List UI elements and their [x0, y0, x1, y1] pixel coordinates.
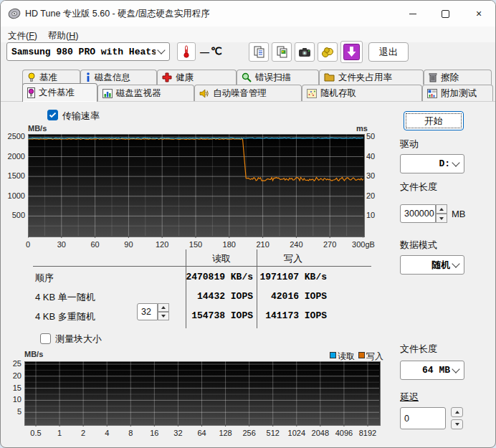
y-axis-tick-label: 5 [0, 407, 22, 416]
tab-file-benchmark[interactable]: 文件基准 [22, 83, 97, 102]
top-chart-y-axis-label: MB/s [28, 124, 47, 133]
toolbar: Samsung 980 PRO with Heatsink 2T4] — ℃ [1, 42, 496, 67]
drive-combo[interactable]: D: [400, 154, 464, 173]
x-axis-tick-label: 0 [12, 240, 44, 249]
y2-axis-tick-label: 10 [366, 211, 383, 219]
legend-read-swatch [330, 352, 336, 358]
save-gold-icon [321, 47, 334, 58]
chevron-down-icon [452, 158, 459, 166]
menu-help[interactable]: 帮助(H) [45, 29, 81, 44]
window-title: HD Tune 专业版 5.60 - 硬盘/固态硬盘实用程序 [25, 8, 210, 20]
x-axis-tick-label: 150 [180, 240, 211, 249]
file-length-unit: MB [452, 209, 466, 219]
y-axis-tick-label: 20 [0, 371, 22, 380]
menu-file[interactable]: 文件(F) [5, 29, 40, 44]
menubar: 文件(F) 帮助(H) [1, 27, 496, 42]
delay-spin-up-button[interactable] [451, 407, 463, 417]
legend-write-swatch [358, 352, 365, 358]
block-size-checkbox[interactable] [40, 333, 51, 344]
file-length-input[interactable]: 300000 [400, 204, 436, 223]
copy-text-icon [253, 46, 265, 58]
delay-input[interactable]: 0 [400, 407, 446, 429]
chevron-down-icon [452, 365, 459, 373]
y2-axis-tick-label: 20 [366, 191, 383, 200]
drive-label: 驱动 [400, 138, 419, 151]
y-axis-tick-label: 1500 [1, 171, 25, 180]
file-length-label: 文件长度 [400, 181, 437, 194]
tab-folder-usage[interactable]: 文件夹占用率 [319, 70, 424, 85]
arrow-up-icon [161, 306, 166, 309]
delay-spin-down-button[interactable] [451, 419, 463, 429]
tab-benchmark[interactable]: 基准 [22, 70, 80, 85]
4k-multi-write-value: 141173 IOPS [248, 310, 327, 321]
maximize-button[interactable] [429, 1, 461, 27]
chevron-down-icon [452, 259, 459, 267]
tab-disk-monitor[interactable]: 磁盘监视器 [97, 85, 194, 102]
tab-error-scan[interactable]: 错误扫描 [237, 70, 319, 85]
minimize-icon [409, 14, 416, 14]
table-header-rule [33, 266, 371, 267]
magnifier-icon [242, 72, 252, 82]
transfer-rate-chart [28, 134, 365, 237]
spin-up-button[interactable] [436, 204, 447, 214]
arrow-down-icon [455, 423, 459, 426]
tab-erase[interactable]: 擦除 [424, 70, 492, 85]
queue-depth-input[interactable]: 32 [137, 303, 158, 320]
seq-read-value: 2470819 KB/s [173, 272, 253, 282]
minimize-button[interactable] [397, 1, 429, 27]
x-axis-tick-label: 300gB [348, 240, 379, 249]
x-axis-tick-label: 60 [80, 240, 111, 249]
arrow-up-icon [439, 208, 444, 211]
4k-single-write-value: 42016 IOPS [248, 291, 327, 302]
download-results-button[interactable] [340, 41, 363, 63]
x-axis-tick-label: 30 [46, 240, 77, 249]
y-axis-tick-label: 2500 [1, 132, 25, 140]
file-benchmark-icon [27, 87, 35, 98]
copy-text-button[interactable] [249, 42, 269, 62]
extra-tests-icon [427, 89, 437, 98]
delay-label: 延迟 [400, 391, 419, 404]
hd-tune-window: HD Tune 专业版 5.60 - 硬盘/固态硬盘实用程序 × 文件(F) 帮… [0, 0, 496, 448]
block-file-length-combo[interactable]: 64 MB [400, 361, 464, 380]
tab-disk-info[interactable]: 磁盘信息 [80, 70, 157, 85]
tab-random-access[interactable]: 随机存取 [302, 85, 422, 102]
transfer-rate-label: 传输速率 [62, 110, 100, 123]
queue-depth-spinner [158, 303, 169, 320]
spin-up-button[interactable] [158, 303, 169, 312]
tab-health[interactable]: 健康 [157, 70, 237, 85]
col-header-read: 读取 [186, 252, 257, 265]
temperature-button[interactable] [177, 42, 196, 61]
drive-select-combo[interactable]: Samsung 980 PRO with Heatsink 2T4] [6, 42, 170, 61]
row-label-sequential: 顺序 [35, 272, 54, 285]
seq-write-value: 1971107 KB/s [248, 272, 327, 282]
save-button[interactable] [318, 42, 338, 62]
arrow-up-icon [455, 411, 459, 414]
transfer-rate-checkbox[interactable] [47, 110, 58, 120]
col-header-write: 写入 [257, 252, 329, 265]
temperature-unit: ℃ [211, 45, 222, 57]
close-button[interactable]: × [463, 1, 495, 27]
copy-image-button[interactable] [272, 42, 292, 62]
exit-button[interactable]: 退出 [368, 42, 409, 62]
start-button[interactable]: 开始 [404, 111, 464, 130]
file-length-spinner [436, 204, 447, 223]
x-axis-tick-label: 270 [314, 240, 345, 249]
x-axis-tick-label: 210 [247, 240, 279, 249]
thermometer-icon [182, 45, 191, 58]
app-icon [8, 7, 21, 20]
data-mode-combo[interactable]: 随机 [400, 255, 464, 275]
y2-axis-tick-label: 40 [366, 152, 383, 161]
x-axis-tick-label: 180 [214, 240, 245, 249]
trash-icon [429, 72, 437, 82]
titlebar: HD Tune 专业版 5.60 - 硬盘/固态硬盘实用程序 × [1, 1, 496, 27]
tab-extra-tests[interactable]: 附加测试 [422, 85, 493, 102]
speaker-icon [199, 89, 209, 98]
bar-chart-icon [102, 89, 113, 98]
row-label-4k-multi: 4 KB 多重随机 [35, 310, 95, 323]
tab-aam[interactable]: 自动噪音管理 [194, 85, 302, 102]
y-axis-tick-label: 10 [0, 395, 22, 404]
spin-down-button[interactable] [158, 312, 169, 320]
x-axis-tick-label: 120 [146, 240, 178, 249]
screenshot-button[interactable] [295, 42, 315, 62]
spin-down-button[interactable] [436, 214, 447, 223]
